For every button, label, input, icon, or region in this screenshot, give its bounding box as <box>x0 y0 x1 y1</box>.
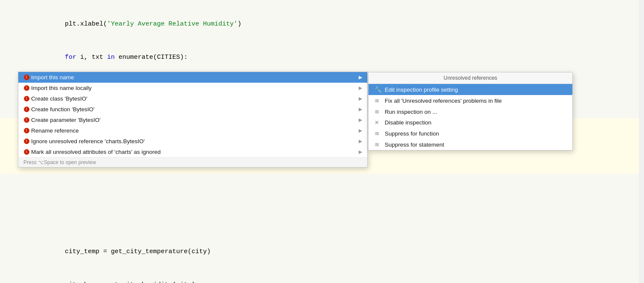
menu-item-create-function[interactable]: ! Create function 'BytesIO' ▶ <box>18 104 367 115</box>
menu-item-mark-all-label: Mark all unresolved attributes of 'chart… <box>31 149 359 155</box>
menu-item-rename-label: Rename reference <box>31 127 359 134</box>
menu-footer-text: Press ⌥Space to open preview <box>23 159 96 165</box>
suppress-icon-5: ≋ <box>374 130 385 137</box>
menu-item-create-parameter-label: Create parameter 'BytesIO' <box>31 117 359 123</box>
bottom-code-area: city_temp = get_city_temperature(city) c… <box>0 232 644 283</box>
menu-footer: Press ⌥Space to open preview <box>18 157 367 167</box>
context-menu: ! Import this name ▶ ! Import this name … <box>18 72 368 167</box>
submenu-header: Unresolved references <box>368 72 572 84</box>
submenu-item-run-inspection[interactable]: ≋ Run inspection on ... <box>368 106 572 117</box>
submenu-item-suppress-statement[interactable]: ≋ Suppress for statement <box>368 139 572 150</box>
bottom-line-2: city_hum = get_city_humidity(city) <box>34 269 644 283</box>
arrow-icon-2: ▶ <box>359 85 362 91</box>
submenu-arrow-icon: ▶ <box>359 75 362 80</box>
menu-item-import-locally-label: Import this name locally <box>31 85 359 91</box>
submenu-item-edit-label: Edit inspection profile setting <box>385 87 458 93</box>
submenu-item-disable-label: Disable inspection <box>385 119 432 126</box>
code-line-1: plt.xlabel('Yearly Average Relative Humi… <box>34 8 644 41</box>
scrollbar[interactable] <box>639 0 644 283</box>
suppress-icon-6: ≋ <box>374 141 385 148</box>
submenu-item-suppress-fn-label: Suppress for function <box>385 130 439 137</box>
submenu-item-fix-all[interactable]: ≋ Fix all 'Unresolved references' proble… <box>368 95 572 106</box>
arrow-icon-4: ▶ <box>359 107 362 112</box>
menu-item-rename-reference[interactable]: ! Rename reference ▶ <box>18 125 367 136</box>
menu-item-create-function-label: Create function 'BytesIO' <box>31 106 359 113</box>
menu-item-import-locally[interactable]: ! Import this name locally ▶ <box>18 83 367 93</box>
menu-item-import-this-name-label: Import this name <box>31 74 359 81</box>
menu-item-create-class-label: Create class 'BytesIO' <box>31 95 359 102</box>
submenu-item-edit-inspection[interactable]: 🔧 Edit inspection profile setting <box>368 84 572 95</box>
submenu-item-run-label: Run inspection on ... <box>385 109 437 115</box>
bottom-line-1: city_temp = get_city_temperature(city) <box>34 235 644 269</box>
arrow-icon-6: ▶ <box>359 128 362 133</box>
arrow-icon-8: ▶ <box>359 149 362 155</box>
menu-item-create-parameter[interactable]: ! Create parameter 'BytesIO' ▶ <box>18 115 367 125</box>
arrow-icon-5: ▶ <box>359 117 362 123</box>
wrench-icon: 🔧 <box>374 86 385 93</box>
arrow-icon-3: ▶ <box>359 96 362 101</box>
menu-item-create-class[interactable]: ! Create class 'BytesIO' ▶ <box>18 93 367 104</box>
suppress-icon-3: ≋ <box>374 108 385 115</box>
submenu-item-suppress-st-label: Suppress for statement <box>385 142 444 148</box>
submenu: Unresolved references 🔧 Edit inspection … <box>368 72 573 150</box>
arrow-icon-7: ▶ <box>359 139 362 144</box>
menu-item-error-icon: ! <box>22 75 31 80</box>
menu-item-ignore-unresolved[interactable]: ! Ignore unresolved reference 'charts.By… <box>18 136 367 147</box>
code-line-2: for i, txt in enumerate(CITIES): <box>34 41 644 74</box>
x-icon: ✕ <box>374 119 385 126</box>
menu-item-mark-all[interactable]: ! Mark all unresolved attributes of 'cha… <box>18 147 367 157</box>
menu-item-import-this-name[interactable]: ! Import this name ▶ <box>18 72 367 83</box>
submenu-item-fix-label: Fix all 'Unresolved references' problems… <box>385 98 502 104</box>
submenu-item-suppress-function[interactable]: ≋ Suppress for function <box>368 128 572 139</box>
menu-item-ignore-label: Ignore unresolved reference 'charts.Byte… <box>31 138 359 144</box>
suppress-icon-2: ≋ <box>374 97 385 104</box>
submenu-item-disable[interactable]: ✕ Disable inspection <box>368 117 572 128</box>
